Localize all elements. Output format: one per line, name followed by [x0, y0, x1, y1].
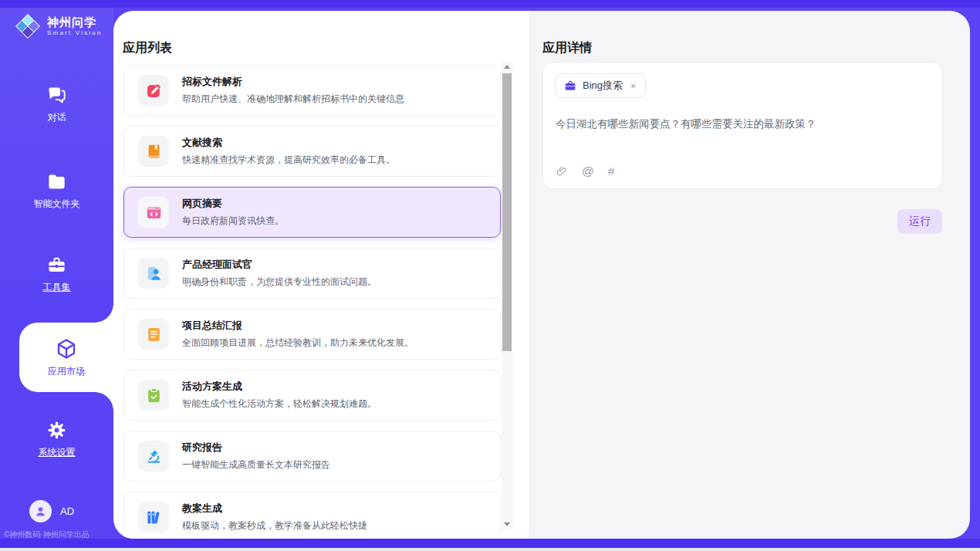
app-card-title: 研究报告: [182, 441, 330, 455]
books-icon: [138, 502, 169, 532]
app-card-list: 招标文件解析帮助用户快速、准确地理解和解析招标书中的关键信息文献搜索快速精准查找…: [123, 65, 501, 539]
app-card-desc: 明确身份和职责，为您提供专业性的面试问题。: [182, 276, 377, 289]
window-bottom-strip: [0, 539, 980, 548]
scrollbar-thumb[interactable]: [502, 73, 512, 351]
hash-tag-icon[interactable]: #: [608, 164, 615, 178]
run-button[interactable]: 运行: [897, 209, 942, 234]
book-icon: [138, 136, 169, 167]
note-icon: [138, 319, 169, 350]
sidebar-item-label: 工具集: [43, 281, 71, 294]
app-card-desc: 模板驱动，教案秒成，教学准备从此轻松快捷: [182, 519, 367, 532]
app-card[interactable]: 产品经理面试官明确身份和职责，为您提供专业性的面试问题。: [123, 248, 501, 299]
input-toolbar: @ #: [556, 164, 614, 178]
app-card-desc: 快速精准查找学术资源，提高研究效率的必备工具。: [182, 154, 395, 167]
user-name: AD: [60, 505, 74, 517]
app-card-desc: 每日政府新闻资讯快查。: [182, 215, 284, 228]
query-text[interactable]: 今日湖北有哪些新闻要点？有哪些需要关注的最新政策？: [556, 117, 931, 132]
app-list-scrollbar[interactable]: [502, 62, 512, 529]
app-card-desc: 一键智能生成高质量长文本研究报告: [182, 458, 330, 472]
chat-icon: [46, 85, 67, 106]
app-detail-title: 应用详情: [542, 40, 592, 56]
gem-logo-icon: [14, 12, 42, 40]
interviewer-icon: [138, 258, 169, 289]
sidebar-item-label: 智能文件夹: [34, 198, 80, 211]
sidebar: 神州问学 Smart Vision 对话 智能文件夹 工具集 应用市场: [0, 0, 113, 551]
app-card-title: 招标文件解析: [182, 75, 404, 89]
sidebar-item-label: 应用市场: [48, 365, 85, 378]
folder-icon: [46, 171, 67, 192]
app-card-title: 文献搜索: [182, 136, 395, 150]
app-card[interactable]: 项目总结汇报全面回顾项目进展，总结经验教训，助力未来优化发展。: [123, 309, 501, 360]
tool-chip-bing-search[interactable]: Bing搜索 ×: [555, 73, 646, 98]
sidebar-item-label: 系统设置: [39, 446, 76, 459]
sidebar-item-app-market[interactable]: 应用市场: [19, 323, 113, 392]
microscope-icon: [138, 441, 169, 472]
brand-subtitle: Smart Vision: [47, 29, 103, 36]
scroll-down-arrow[interactable]: [502, 519, 512, 529]
main-content: 应用列表 招标文件解析帮助用户快速、准确地理解和解析招标书中的关键信息文献搜索快…: [113, 11, 970, 539]
brand-logo: 神州问学 Smart Vision: [14, 12, 103, 40]
app-card[interactable]: 招标文件解析帮助用户快速、准确地理解和解析招标书中的关键信息: [123, 65, 501, 116]
toolbox-icon: [46, 255, 67, 276]
app-card[interactable]: 教案生成模板驱动，教案秒成，教学准备从此轻松快捷: [123, 492, 501, 539]
brand-name: 神州问学: [47, 16, 103, 29]
paperclip-icon[interactable]: [556, 165, 568, 177]
app-card-desc: 全面回顾项目进展，总结经验教训，助力未来优化发展。: [182, 336, 414, 350]
app-card[interactable]: 文献搜索快速精准查找学术资源，提高研究效率的必备工具。: [123, 126, 501, 177]
app-card[interactable]: 网页摘要每日政府新闻资讯快查。: [123, 187, 501, 238]
chip-close-icon[interactable]: ×: [630, 81, 637, 91]
cube-icon: [55, 337, 78, 360]
avatar: [29, 500, 52, 522]
sidebar-item-settings[interactable]: 系统设置: [0, 420, 113, 459]
sidebar-item-label: 对话: [48, 111, 66, 124]
user-icon: [34, 505, 47, 518]
app-list-panel: 应用列表 招标文件解析帮助用户快速、准确地理解和解析招标书中的关键信息文献搜索快…: [113, 11, 529, 539]
clipboard-check-icon: [138, 380, 169, 411]
app-card-desc: 智能生成个性化活动方案，轻松解决规划难题。: [182, 397, 377, 411]
app-card-desc: 帮助用户快速、准确地理解和解析招标书中的关键信息: [182, 93, 404, 106]
tool-chip-label: Bing搜索: [583, 79, 623, 93]
query-input-card[interactable]: Bing搜索 × 今日湖北有哪些新闻要点？有哪些需要关注的最新政策？ @ #: [542, 62, 943, 189]
app-card-title: 产品经理面试官: [182, 258, 377, 272]
mention-at-icon[interactable]: @: [582, 164, 594, 178]
edit-square-icon: [138, 75, 169, 106]
user-account[interactable]: AD: [29, 500, 74, 522]
sidebar-item-toolset[interactable]: 工具集: [0, 255, 113, 294]
window-bottom-edge: [0, 548, 980, 551]
window-top-strip: [0, 0, 980, 8]
app-card[interactable]: 活动方案生成智能生成个性化活动方案，轻松解决规划难题。: [123, 370, 501, 421]
app-card-title: 教案生成: [182, 502, 367, 516]
sidebar-item-chat[interactable]: 对话: [0, 85, 113, 124]
app-detail-panel: 应用详情 Bing搜索 × 今日湖北有哪些新闻要点？有哪些需要关注的最新政策？ …: [529, 11, 970, 539]
browser-code-icon: [138, 197, 169, 228]
sidebar-item-smart-folder[interactable]: 智能文件夹: [0, 171, 113, 211]
briefcase-icon: [564, 79, 576, 92]
app-card-title: 项目总结汇报: [182, 319, 414, 333]
app-card-title: 活动方案生成: [182, 380, 377, 394]
app-card-title: 网页摘要: [182, 197, 284, 211]
app-list-title: 应用列表: [123, 40, 172, 56]
app-card[interactable]: 研究报告一键智能生成高质量长文本研究报告: [123, 431, 501, 482]
gear-icon: [46, 420, 67, 441]
scroll-up-arrow[interactable]: [502, 62, 512, 72]
